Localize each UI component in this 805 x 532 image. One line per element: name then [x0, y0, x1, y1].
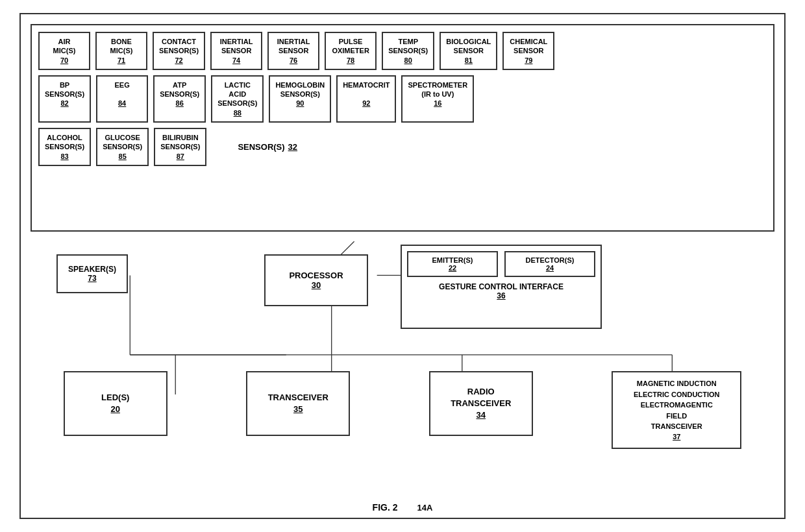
magnetic-label: MAGNETIC INDUCTIONELECTRIC CONDUCTIONELE…: [634, 378, 720, 432]
speaker-box: SPEAKER(S) 73: [56, 254, 128, 293]
spectrometer-box: SPECTROMETER(IR to UV)16: [401, 75, 474, 123]
spectrometer-ref: 16: [408, 99, 467, 108]
temp-sensor-ref: 80: [388, 56, 428, 65]
bp-sensor-ref: 82: [45, 99, 84, 108]
atp-sensor-box: ATPSENSOR(S)86: [153, 75, 206, 123]
lower-row: LED(S) 20 TRANSCEIVER 35 RADIOTRANSCEIVE…: [31, 371, 774, 449]
transceiver-label: TRANSCEIVER: [268, 392, 328, 404]
air-mic-box: AIRMIC(S)70: [38, 32, 90, 70]
magnetic-induction-box: MAGNETIC INDUCTIONELECTRIC CONDUCTIONELE…: [612, 371, 741, 449]
contact-sensor-box: CONTACTSENSOR(S)72: [153, 32, 205, 70]
emitter-box: EMITTER(S) 22: [407, 251, 498, 277]
fig-label-text: FIG. 2: [373, 502, 398, 513]
glucose-sensor-ref: 85: [103, 152, 142, 161]
hematocrit-box: HEMATOCRIT92: [336, 75, 396, 123]
bone-mic-box: BONEMIC(S)71: [95, 32, 147, 70]
speaker-ref: 73: [88, 274, 96, 283]
led-ref: 20: [111, 404, 120, 415]
transceiver-box: TRANSCEIVER 35: [246, 371, 350, 436]
pulse-oximeter-box: PULSEOXIMETER78: [325, 32, 377, 70]
hemoglobin-ref: 90: [275, 99, 325, 108]
gesture-label: GESTURE CONTROL INTERFACE 36: [407, 282, 595, 300]
alcohol-sensor-box: ALCOHOLSENSOR(S)83: [38, 128, 91, 166]
sensors-group-label: SENSOR(S): [238, 142, 284, 152]
fig-ref-text: 14A: [417, 503, 433, 513]
processor-ref: 30: [312, 280, 321, 290]
magnetic-ref: 37: [673, 432, 680, 442]
eeg-box: EEG84: [96, 75, 148, 123]
bottom-section: SPEAKER(S) 73 PROCESSOR 30 EMITTER(S) 22…: [31, 241, 774, 485]
radio-transceiver-ref: 34: [477, 409, 486, 421]
detector-label: DETECTOR(S): [526, 256, 575, 264]
hemoglobin-box: HEMOGLOBINSENSOR(S)90: [269, 75, 331, 123]
processor-label: PROCESSOR: [289, 271, 343, 280]
hematocrit-ref: 92: [343, 99, 390, 108]
led-box: LED(S) 20: [64, 371, 167, 436]
gesture-control-box: EMITTER(S) 22 DETECTOR(S) 24 GESTURE CON…: [401, 245, 602, 329]
chemical-sensor-ref: 79: [509, 56, 548, 65]
sensor-row-2: BPSENSOR(S)82 EEG84 ATPSENSOR(S)86 LACTI…: [38, 75, 767, 123]
radio-transceiver-label: RADIOTRANSCEIVER: [451, 386, 511, 409]
bp-sensor-box: BPSENSOR(S)82: [38, 75, 91, 123]
bilirubin-sensor-box: BILIRUBINSENSOR(S)87: [154, 128, 206, 166]
led-label: LED(S): [101, 392, 129, 404]
contact-sensor-ref: 72: [159, 56, 199, 65]
inertial-sensor-76-ref: 76: [274, 56, 313, 65]
temp-sensor-box: TEMPSENSOR(S)80: [382, 32, 434, 70]
lactic-acid-box: LACTICACIDSENSOR(S)88: [211, 75, 264, 123]
sensors-group-ref: 32: [288, 142, 297, 152]
bilirubin-sensor-ref: 87: [160, 152, 200, 161]
atp-sensor-ref: 86: [160, 99, 199, 108]
glucose-sensor-box: GLUCOSESENSOR(S)85: [96, 128, 149, 166]
sensor-row-1: AIRMIC(S)70 BONEMIC(S)71 CONTACTSENSOR(S…: [38, 32, 767, 70]
gesture-ref: 36: [407, 291, 595, 300]
page: AIRMIC(S)70 BONEMIC(S)71 CONTACTSENSOR(S…: [19, 13, 786, 519]
sensors-group-label-container: SENSOR(S) 32: [238, 128, 297, 166]
eeg-ref: 84: [103, 99, 142, 108]
pulse-oximeter-ref: 78: [331, 56, 370, 65]
air-mic-ref: 70: [45, 56, 84, 65]
alcohol-sensor-ref: 83: [45, 152, 84, 161]
lactic-acid-ref: 88: [217, 108, 257, 117]
processor-box: PROCESSOR 30: [264, 254, 368, 306]
sensor-row-3: ALCOHOLSENSOR(S)83 GLUCOSESENSOR(S)85 BI…: [38, 128, 767, 166]
speaker-label: SPEAKER(S): [68, 265, 116, 274]
bone-mic-ref: 71: [102, 56, 141, 65]
detector-ref: 24: [546, 264, 554, 272]
chemical-sensor-box: CHEMICALSENSOR79: [502, 32, 554, 70]
emitter-label: EMITTER(S): [432, 256, 473, 264]
emitter-ref: 22: [449, 264, 456, 272]
biological-sensor-box: BIOLOGICALSENSOR81: [440, 32, 497, 70]
detector-box: DETECTOR(S) 24: [504, 251, 595, 277]
inertial-sensor-76-box: INERTIALSENSOR76: [267, 32, 319, 70]
biological-sensor-ref: 81: [446, 56, 491, 65]
radio-transceiver-box: RADIOTRANSCEIVER 34: [429, 371, 533, 436]
sensor-group: AIRMIC(S)70 BONEMIC(S)71 CONTACTSENSOR(S…: [31, 24, 774, 232]
inertial-sensor-74-ref: 74: [217, 56, 256, 65]
fig-label-container: FIG. 2 14A: [373, 502, 433, 513]
gesture-inner: EMITTER(S) 22 DETECTOR(S) 24: [407, 251, 595, 277]
inertial-sensor-74-box: INERTIALSENSOR74: [210, 32, 262, 70]
transceiver-ref: 35: [293, 404, 303, 415]
gesture-text: GESTURE CONTROL INTERFACE: [439, 282, 564, 291]
